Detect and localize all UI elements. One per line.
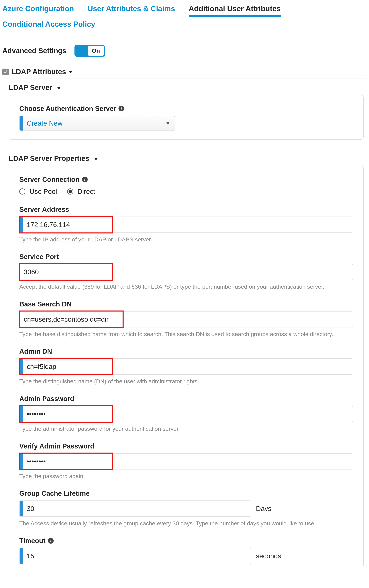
timeout-unit: seconds xyxy=(256,551,281,561)
admin-dn-help: Type the distinguished name (DN) of the … xyxy=(19,377,353,385)
radio-direct-label: Direct xyxy=(77,188,95,195)
cache-value: 30 xyxy=(27,504,34,513)
admin-dn-label: Admin DN xyxy=(19,347,353,356)
admin-dn-input[interactable]: cn=f5ldap xyxy=(19,358,353,375)
tab-user-attributes-claims[interactable]: User Attributes & Claims xyxy=(88,3,175,14)
verify-pw-value: •••••••• xyxy=(27,457,46,466)
admin-pw-label: Admin Password xyxy=(19,394,353,403)
timeout-label: Timeout i xyxy=(19,536,353,546)
chevron-down-icon xyxy=(69,71,73,73)
info-icon[interactable]: i xyxy=(119,106,124,111)
server-connection-radio-group: Use Pool Direct xyxy=(19,186,353,196)
service-port-help: Accept the default value (389 for LDAP a… xyxy=(19,283,353,291)
cache-unit: Days xyxy=(256,504,271,513)
admin-dn-value: cn=f5ldap xyxy=(27,362,56,371)
ldap-attributes-title: LDAP Attributes xyxy=(11,67,66,77)
ldap-server-header[interactable]: LDAP Server xyxy=(9,79,367,95)
timeout-input[interactable]: 15 xyxy=(19,548,251,564)
tab-conditional-access-policy[interactable]: Conditional Access Policy xyxy=(2,19,95,30)
cache-help: The Access device usually refreshes the … xyxy=(19,519,353,527)
tab-bar: Azure Configuration User Attributes & Cl… xyxy=(0,0,369,31)
info-icon[interactable]: i xyxy=(48,538,54,544)
ldap-server-title: LDAP Server xyxy=(9,83,52,92)
ldap-server-properties-header[interactable]: LDAP Server Properties xyxy=(9,150,367,166)
service-port-input[interactable]: 3060 xyxy=(19,264,353,280)
choose-auth-server-value: Create New xyxy=(27,119,166,128)
ldap-server-properties-card: Server Connection i Use Pool Direct Serv… xyxy=(9,166,364,566)
service-port-label: Service Port xyxy=(19,252,353,261)
ldap-attributes-panel: LDAP Server Choose Authentication Server… xyxy=(2,79,367,576)
server-address-label: Server Address xyxy=(19,205,353,214)
server-address-help: Type the IP address of your LDAP or LDAP… xyxy=(19,236,353,244)
ldap-attributes-header[interactable]: ✓ LDAP Attributes xyxy=(0,63,369,79)
radio-direct[interactable] xyxy=(67,188,73,195)
advanced-settings-label: Advanced Settings xyxy=(2,46,66,56)
ldap-server-properties-title: LDAP Server Properties xyxy=(9,155,89,162)
select-accent xyxy=(20,116,23,131)
admin-pw-value: •••••••• xyxy=(27,409,46,419)
timeout-value: 15 xyxy=(27,551,34,561)
admin-pw-input[interactable]: •••••••• xyxy=(19,406,353,422)
info-icon[interactable]: i xyxy=(82,176,88,182)
admin-pw-help: Type the administrator password for your… xyxy=(19,425,353,433)
choose-auth-server-select[interactable]: Create New xyxy=(19,116,175,131)
server-address-input[interactable]: 172.16.76.114 xyxy=(19,217,353,233)
chevron-down-icon xyxy=(94,158,98,160)
input-accent xyxy=(20,501,23,516)
choose-auth-server-label: Choose Authentication Server i xyxy=(19,104,353,113)
base-dn-input[interactable]: cn=users,dc=contoso,dc=dir xyxy=(19,311,353,327)
base-dn-value: cn=users,dc=contoso,dc=dir xyxy=(20,315,109,324)
tab-azure-config[interactable]: Azure Configuration xyxy=(2,3,74,14)
advanced-settings-toggle[interactable]: On xyxy=(74,45,105,57)
cache-label: Group Cache Lifetime xyxy=(19,489,353,498)
ldap-server-card: Choose Authentication Server i Create Ne… xyxy=(9,95,364,140)
input-accent xyxy=(20,406,23,422)
base-dn-help: Type the base distinguished name from wh… xyxy=(19,330,353,338)
server-address-value: 172.16.76.114 xyxy=(27,220,70,229)
verify-pw-input[interactable]: •••••••• xyxy=(19,453,353,469)
chevron-down-icon xyxy=(57,87,61,89)
checkbox-checked-icon: ✓ xyxy=(2,69,9,75)
service-port-value: 3060 xyxy=(20,267,39,277)
radio-use-pool-label: Use Pool xyxy=(30,188,57,195)
input-accent xyxy=(20,548,23,564)
radio-use-pool[interactable] xyxy=(19,188,25,195)
input-accent xyxy=(20,217,23,232)
base-dn-label: Base Search DN xyxy=(19,299,353,309)
tab-additional-user-attributes[interactable]: Additional User Attributes xyxy=(189,3,281,17)
chevron-down-icon xyxy=(166,122,170,124)
input-accent xyxy=(20,454,23,469)
input-accent xyxy=(20,359,23,374)
toggle-state-label: On xyxy=(88,46,104,56)
server-connection-label: Server Connection i xyxy=(19,175,353,184)
verify-pw-help: Type the password again. xyxy=(19,472,353,480)
verify-pw-label: Verify Admin Password xyxy=(19,441,353,451)
cache-input[interactable]: 30 xyxy=(19,500,251,517)
